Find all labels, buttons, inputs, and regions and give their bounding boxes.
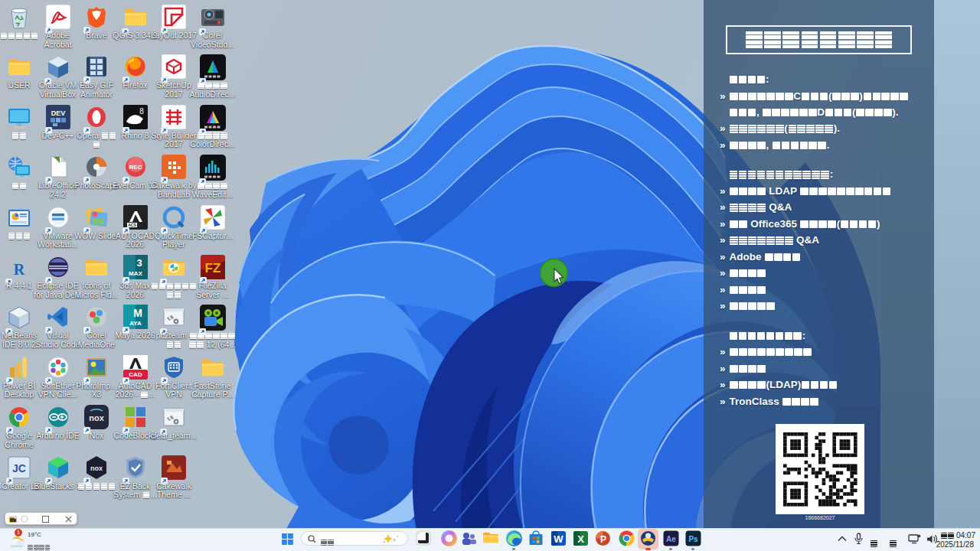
svg-text:MAX: MAX <box>129 270 142 277</box>
svg-text:REC: REC <box>129 164 142 171</box>
svg-text:8: 8 <box>139 107 144 116</box>
svg-text:CAD: CAD <box>129 371 142 378</box>
svg-text:nox: nox <box>90 465 103 472</box>
svg-text:Ps: Ps <box>688 535 698 543</box>
svg-text:JC: JC <box>12 462 26 474</box>
svg-text:DEV: DEV <box>51 109 65 117</box>
svg-text:W: W <box>554 533 564 545</box>
svg-text:AYA: AYA <box>129 320 142 327</box>
svg-text:M: M <box>133 307 142 319</box>
svg-text:Ae: Ae <box>666 535 676 543</box>
svg-text:nox: nox <box>89 413 104 422</box>
svg-text:P: P <box>599 533 606 544</box>
svg-text:R: R <box>14 261 25 278</box>
svg-text:3: 3 <box>136 257 142 269</box>
svg-text:X: X <box>577 533 584 545</box>
svg-text:FZ: FZ <box>204 261 220 276</box>
